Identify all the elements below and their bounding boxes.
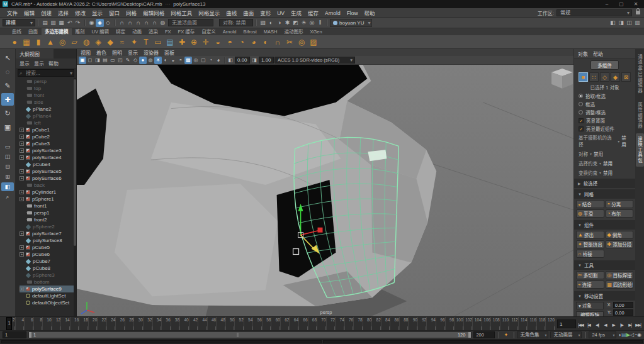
outliner-item[interactable]: + polySurface7 — [20, 230, 76, 237]
radio-icon[interactable] — [579, 110, 583, 114]
frame-tick[interactable]: 78 — [354, 317, 363, 330]
outliner-item[interactable]: front2 — [20, 216, 76, 223]
render-settings-icon[interactable]: ✱ — [283, 19, 291, 27]
play-forward-button[interactable]: ▶ — [609, 321, 618, 330]
menu-item[interactable]: 生成 — [288, 10, 305, 16]
frame-tick[interactable]: 20 — [89, 317, 98, 330]
light-editor-icon[interactable]: ☀ — [300, 19, 308, 27]
frame-tick[interactable]: 90 — [409, 317, 418, 330]
outliner-item[interactable]: defaultLightSet — [20, 292, 76, 299]
2d-pan-zoom-icon[interactable]: ◰ — [116, 57, 124, 64]
expand-icon[interactable]: + — [20, 169, 24, 174]
outliner-item[interactable]: + polySurface6 — [20, 175, 76, 182]
toggle-persp-outliner-icon[interactable]: ◨ — [617, 19, 625, 27]
expand-icon[interactable]: + — [20, 197, 24, 201]
frame-tick[interactable]: 36 — [162, 317, 171, 330]
menu-item[interactable]: 窗口 — [106, 10, 123, 16]
frame-tick[interactable]: 116 — [528, 317, 537, 330]
toggle-outliner-icon[interactable]: ◧ — [609, 19, 617, 27]
remesh-icon[interactable]: ▤ — [164, 36, 176, 48]
menu-item[interactable]: 变形 — [257, 10, 274, 16]
menu-item[interactable]: 显示 — [89, 10, 106, 16]
snap-point-icon[interactable]: ∩ — [134, 19, 142, 27]
four-pane-layout-icon[interactable]: ⊞ — [1, 172, 14, 181]
redo-icon[interactable]: ↷ — [74, 19, 82, 27]
save-scene-icon[interactable]: ▦ — [57, 19, 65, 27]
outliner-item[interactable]: + pCylinder1 — [20, 189, 76, 196]
construction-plane-icon[interactable]: ✚ — [176, 36, 188, 48]
frame-tick[interactable]: 42 — [189, 317, 199, 330]
menu-item[interactable]: Flow — [344, 10, 361, 16]
toolkit-button[interactable]: ✂多切割 — [576, 271, 604, 279]
toolkit-menu-item[interactable]: 帮助 — [593, 50, 603, 57]
shelf-tab[interactable]: 运动图形 — [281, 28, 306, 35]
frame-tick[interactable]: 48 — [217, 317, 226, 330]
frame-tick[interactable]: 94 — [427, 317, 436, 330]
frame-tick[interactable]: 22 — [98, 317, 107, 330]
pick-option[interactable]: 拾取/框选 — [574, 92, 635, 100]
shelf-tab[interactable]: Arnold — [220, 28, 240, 35]
shadows-icon[interactable]: ◐ — [162, 57, 169, 64]
joints-xray-icon[interactable]: ◕ — [215, 57, 222, 64]
poly-cube-icon[interactable]: ▦ — [21, 36, 32, 48]
poly-plane-icon[interactable]: ▱ — [69, 36, 80, 48]
type-text-icon[interactable]: T — [140, 36, 152, 48]
toolkit-button[interactable]: ∩桥接 — [576, 250, 604, 258]
expand-icon[interactable]: + — [20, 190, 24, 194]
outliner-item[interactable]: pSphere3 — [20, 272, 76, 279]
outliner-item[interactable]: + polySurface9 — [20, 286, 76, 292]
outliner-item[interactable]: + pCube3 — [20, 140, 76, 147]
shelf-tab[interactable]: 多边形建模 — [42, 28, 72, 35]
viewport-menu-item[interactable]: 渲染器 — [144, 49, 159, 56]
x-axis-row[interactable]: X:0.00 — [606, 302, 633, 308]
frame-tick[interactable]: 74 — [336, 317, 345, 330]
outliner-item[interactable]: polySurface8 — [20, 237, 76, 244]
frame-tick[interactable]: 88 — [400, 317, 409, 330]
frame-tick[interactable]: 86 — [390, 317, 400, 330]
character-set-dropdown[interactable]: 无角色集 — [517, 331, 548, 338]
menu-item[interactable]: 网格显示 — [195, 10, 223, 16]
outliner-scrollbar[interactable] — [74, 78, 76, 316]
shelf-tab[interactable]: FX — [162, 28, 174, 35]
pause-icon[interactable]: ‖ — [316, 19, 324, 27]
range-end-handle[interactable] — [468, 332, 471, 338]
step-back-key-button[interactable]: |◀ — [585, 321, 593, 330]
edge-mode-icon[interactable]: ◇ — [600, 72, 609, 82]
frame-tick[interactable]: 98 — [446, 317, 455, 330]
expand-icon[interactable] — [20, 107, 24, 111]
radio-icon[interactable] — [579, 94, 583, 98]
separate-icon[interactable]: ◓ — [224, 36, 235, 48]
dock-tab[interactable]: 属性编辑器 — [636, 99, 644, 132]
expand-icon[interactable] — [20, 301, 24, 305]
toolkit-menu-item[interactable]: 对象 — [578, 50, 588, 57]
shelf-tab[interactable]: 雕刻 — [72, 28, 88, 35]
toolkit-section-header[interactable]: ▼网格 — [574, 189, 635, 199]
axis-icon[interactable]: ✛ — [200, 36, 212, 48]
expand-icon[interactable]: + — [20, 141, 24, 146]
frame-tick[interactable]: 34 — [153, 317, 162, 330]
frame-tick[interactable]: 120 — [546, 317, 555, 330]
select-object-icon[interactable]: ◈ — [96, 19, 104, 27]
close-button[interactable]: ✕ — [630, 1, 641, 7]
shelf-tab[interactable]: MASH — [261, 28, 281, 35]
zoom-tool-icon[interactable]: ⌕ — [1, 192, 14, 201]
axis-orientation-dropdown[interactable]: ▾ 对象 — [576, 302, 604, 309]
outliner-menu-item[interactable]: 显示 — [20, 60, 30, 67]
expand-icon[interactable] — [20, 266, 24, 270]
expand-icon[interactable] — [20, 79, 24, 84]
expand-icon[interactable] — [20, 280, 24, 284]
frame-tick[interactable]: 104 — [473, 317, 482, 330]
frame-tick[interactable]: 30 — [134, 317, 144, 330]
single-pane-layout-icon[interactable]: ▭ — [1, 142, 14, 151]
poly-torus-icon[interactable]: ◎ — [57, 36, 68, 48]
toolkit-button[interactable]: ◆倒角 — [606, 231, 634, 239]
frame-tick[interactable]: 110 — [500, 317, 510, 330]
outliner-item[interactable]: + pCube2 — [20, 133, 76, 140]
menu-item[interactable]: UV — [274, 10, 288, 16]
platonic-solid-icon[interactable]: ◆ — [105, 36, 116, 48]
menu-item[interactable]: Arnold — [322, 10, 344, 16]
outliner-item[interactable]: + pCube1 — [20, 126, 76, 133]
viewport-menu-item[interactable]: 着色 — [96, 49, 106, 56]
frame-tick[interactable]: 82 — [372, 317, 381, 330]
pick-option[interactable]: 框选 — [574, 100, 635, 108]
